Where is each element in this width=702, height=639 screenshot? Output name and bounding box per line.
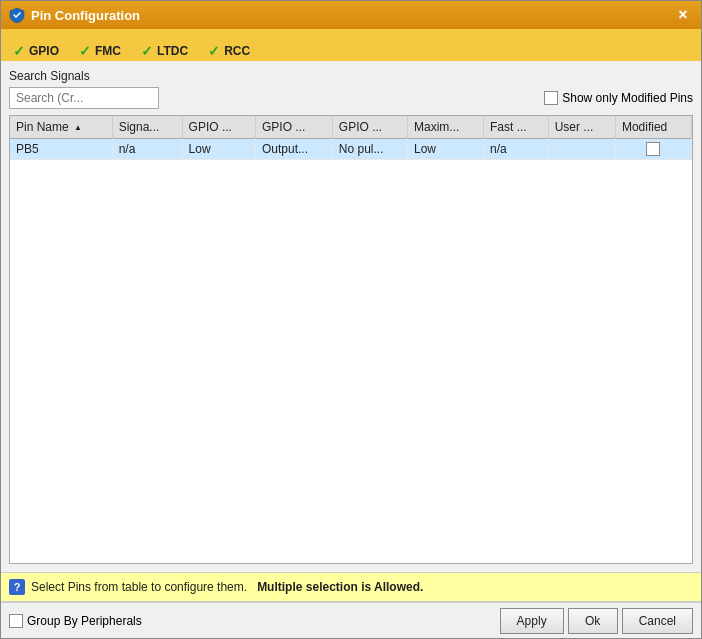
- buttons-row: Apply Ok Cancel: [500, 608, 693, 634]
- search-section: Search Signals Show only Modified Pins: [9, 69, 693, 109]
- sort-icon: ▲: [74, 123, 82, 132]
- title-bar: Pin Configuration ×: [1, 1, 701, 29]
- col-fast-label: Fast ...: [490, 120, 527, 134]
- col-gpio-pull-label: GPIO ...: [339, 120, 382, 134]
- cell-gpio-mode: Output...: [255, 139, 332, 160]
- col-gpio-output-label: GPIO ...: [189, 120, 232, 134]
- tab-fmc[interactable]: ✓ FMC: [75, 41, 125, 61]
- tab-ltdc-label: LTDC: [157, 44, 188, 58]
- status-plain-text: Select Pins from table to configure them…: [31, 580, 247, 594]
- tab-ltdc[interactable]: ✓ LTDC: [137, 41, 192, 61]
- search-label: Search Signals: [9, 69, 693, 83]
- tab-bar: ✓ GPIO ✓ FMC ✓ LTDC ✓ RCC: [1, 29, 701, 61]
- modified-cell: [622, 142, 685, 156]
- group-by-row: Group By Peripherals: [9, 614, 142, 628]
- data-table: Pin Name ▲ Signa... GPIO ... GPIO ...: [10, 116, 692, 160]
- table-header-row: Pin Name ▲ Signa... GPIO ... GPIO ...: [10, 116, 692, 139]
- cell-pin-name: PB5: [10, 139, 112, 160]
- group-by-label: Group By Peripherals: [27, 614, 142, 628]
- apply-button[interactable]: Apply: [500, 608, 564, 634]
- col-gpio-output[interactable]: GPIO ...: [182, 116, 255, 139]
- col-signal[interactable]: Signa...: [112, 116, 182, 139]
- tab-rcc-label: RCC: [224, 44, 250, 58]
- content-area: Search Signals Show only Modified Pins P…: [1, 61, 701, 572]
- cell-user-label: [548, 139, 615, 160]
- status-bold-text: Multiple selection is Allowed.: [257, 580, 423, 594]
- col-gpio-mode[interactable]: GPIO ...: [255, 116, 332, 139]
- col-user-label[interactable]: User ...: [548, 116, 615, 139]
- fmc-check-icon: ✓: [79, 43, 91, 59]
- show-modified-checkbox[interactable]: [544, 91, 558, 105]
- bottom-bar: Group By Peripherals Apply Ok Cancel: [1, 602, 701, 638]
- search-row: Show only Modified Pins: [9, 87, 693, 109]
- modified-checkbox[interactable]: [646, 142, 660, 156]
- col-gpio-pull[interactable]: GPIO ...: [332, 116, 407, 139]
- col-pin-name-label: Pin Name: [16, 120, 69, 134]
- tab-gpio[interactable]: ✓ GPIO: [9, 41, 63, 61]
- col-max-output-label: Maxim...: [414, 120, 459, 134]
- title-bar-left: Pin Configuration: [9, 7, 140, 23]
- gpio-check-icon: ✓: [13, 43, 25, 59]
- col-pin-name[interactable]: Pin Name ▲: [10, 116, 112, 139]
- cell-fast: n/a: [483, 139, 548, 160]
- table-container: Pin Name ▲ Signa... GPIO ... GPIO ...: [9, 115, 693, 564]
- ltdc-check-icon: ✓: [141, 43, 153, 59]
- group-by-checkbox[interactable]: [9, 614, 23, 628]
- show-modified-label: Show only Modified Pins: [562, 91, 693, 105]
- search-input[interactable]: [9, 87, 159, 109]
- tab-fmc-label: FMC: [95, 44, 121, 58]
- show-modified-row: Show only Modified Pins: [544, 91, 693, 105]
- col-max-output[interactable]: Maxim...: [407, 116, 483, 139]
- cell-signal: n/a: [112, 139, 182, 160]
- table-row[interactable]: PB5 n/a Low Output... No pul... Low n/a: [10, 139, 692, 160]
- close-button[interactable]: ×: [673, 5, 693, 25]
- ok-button[interactable]: Ok: [568, 608, 618, 634]
- status-bar: ? Select Pins from table to configure th…: [1, 572, 701, 602]
- col-modified-label: Modified: [622, 120, 667, 134]
- window-title: Pin Configuration: [31, 8, 140, 23]
- cell-gpio-output: Low: [182, 139, 255, 160]
- cell-gpio-pull: No pul...: [332, 139, 407, 160]
- col-modified[interactable]: Modified: [615, 116, 691, 139]
- cancel-button[interactable]: Cancel: [622, 608, 693, 634]
- col-fast[interactable]: Fast ...: [483, 116, 548, 139]
- shield-icon: [9, 7, 25, 23]
- col-signal-label: Signa...: [119, 120, 160, 134]
- tab-rcc[interactable]: ✓ RCC: [204, 41, 254, 61]
- rcc-check-icon: ✓: [208, 43, 220, 59]
- status-text: Select Pins from table to configure them…: [31, 580, 423, 594]
- col-gpio-mode-label: GPIO ...: [262, 120, 305, 134]
- cell-max-output: Low: [407, 139, 483, 160]
- info-icon: ?: [9, 579, 25, 595]
- cell-modified: [615, 139, 691, 160]
- main-window: Pin Configuration × ✓ GPIO ✓ FMC ✓ LTDC …: [0, 0, 702, 639]
- tab-gpio-label: GPIO: [29, 44, 59, 58]
- col-user-label-label: User ...: [555, 120, 594, 134]
